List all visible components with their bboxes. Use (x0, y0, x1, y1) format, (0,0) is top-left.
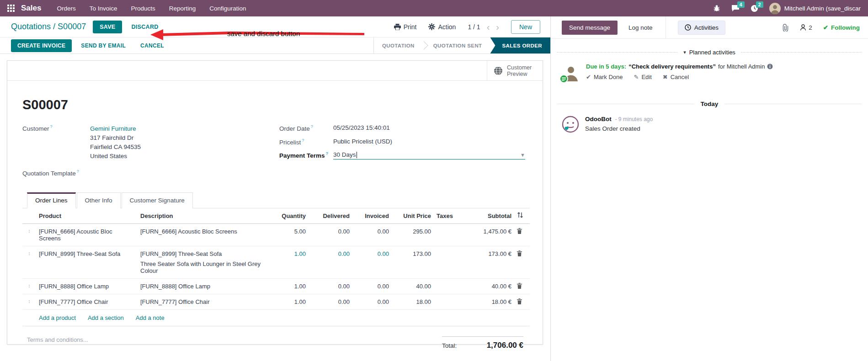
delete-row-icon[interactable] (514, 246, 530, 260)
customer-preview-label: Customer Preview (507, 64, 536, 77)
activity-assignee: for Mitchell Admin (718, 63, 765, 70)
messages-icon[interactable]: 4 (731, 5, 740, 12)
print-button[interactable]: Print (394, 23, 417, 31)
clock-icon (685, 24, 691, 31)
bug-icon[interactable] (713, 5, 720, 12)
drag-handle-icon[interactable]: ↕ (22, 224, 36, 238)
menu-configuration[interactable]: Configuration (209, 5, 246, 12)
save-button[interactable]: SAVE (93, 21, 122, 33)
edit-activity-button[interactable]: ✎Edit (634, 74, 651, 80)
notebook-tabs: Order Lines Other Info Customer Signatur… (22, 192, 530, 208)
col-unit-price[interactable]: Unit Price (392, 208, 434, 223)
breadcrumb: Quotations / S00007 (11, 22, 86, 32)
optional-columns-icon[interactable] (517, 212, 523, 218)
col-quantity[interactable]: Quantity (269, 208, 309, 223)
mark-done-button[interactable]: ✔Mark Done (586, 74, 623, 80)
chatter-panel: Send message Log note Activities (551, 16, 868, 361)
tab-other-info[interactable]: Other Info (77, 192, 121, 208)
user-avatar (769, 3, 781, 14)
total-label: Total: (442, 342, 457, 349)
col-product[interactable]: Product (36, 208, 138, 223)
add-note-link[interactable]: Add a note (136, 314, 165, 321)
message-body: Sales Order created (585, 125, 653, 132)
chatter-message: OdooBot - 9 minutes ago Sales Order crea… (551, 107, 868, 133)
activity-title: “Check delivery requirements” (628, 63, 716, 70)
following-button[interactable]: ✔ Following (823, 24, 860, 31)
customer-link[interactable]: Gemini Furniture (90, 124, 141, 133)
user-name: Mitchell Admin (save_discar (784, 5, 861, 12)
pencil-icon: ✎ (634, 74, 639, 80)
breadcrumb-current: S00007 (58, 22, 86, 31)
message-timestamp: - 9 minutes ago (615, 116, 653, 122)
help-question-icon: ? (50, 124, 53, 129)
attachment-paperclip-icon[interactable] (782, 24, 789, 32)
table-row[interactable]: ↕ [FURN_8888] Office Lamp [FURN_8888] Of… (22, 279, 530, 294)
control-panel: Quotations / S00007 SAVE DISCARD save an… (0, 16, 550, 37)
help-question-icon: ? (77, 169, 79, 174)
delete-row-icon[interactable] (514, 224, 530, 238)
send-by-email-button[interactable]: SEND BY EMAIL (75, 39, 131, 52)
table-row[interactable]: ↕ [FURN_7777] Office Chair [FURN_7777] O… (22, 294, 530, 310)
menu-to-invoice[interactable]: To Invoice (90, 5, 117, 12)
send-message-button[interactable]: Send message (562, 21, 618, 35)
add-section-link[interactable]: Add a section (88, 314, 124, 321)
drag-handle-icon[interactable]: ↕ (22, 294, 36, 308)
stage-sales-order[interactable]: SALES ORDER (490, 37, 550, 53)
table-row[interactable]: ↕ [FURN_8999] Three-Seat Sofa [FURN_8999… (22, 246, 530, 279)
menu-reporting[interactable]: Reporting (169, 5, 196, 12)
followers-button[interactable]: 2 (800, 24, 812, 31)
today-divider: Today (557, 101, 862, 107)
customer-address-line2: Fairfield CA 94535 (90, 143, 141, 151)
apps-grid-icon[interactable] (7, 5, 15, 12)
cancel-activity-button[interactable]: ✖Cancel (663, 74, 689, 80)
user-menu[interactable]: Mitchell Admin (save_discar (769, 3, 861, 14)
delete-row-icon[interactable] (514, 294, 530, 308)
pager-next-icon[interactable]: › (496, 22, 499, 32)
menu-orders[interactable]: Orders (57, 5, 75, 12)
order-total: Total: 1,706.00 € (442, 336, 523, 350)
order-date-value[interactable]: 05/25/2023 15:40:01 (333, 124, 390, 132)
payment-terms-input[interactable]: 30 Days ▼ (333, 151, 525, 159)
action-button[interactable]: Action (428, 23, 456, 31)
dropdown-caret-icon[interactable]: ▼ (520, 152, 525, 158)
terms-placeholder[interactable]: Terms and conditions... (27, 336, 88, 350)
customer-preview-button[interactable]: Customer Preview (487, 61, 543, 80)
create-invoice-button[interactable]: CREATE INVOICE (11, 39, 72, 52)
tab-order-lines[interactable]: Order Lines (27, 192, 76, 208)
drag-handle-icon[interactable]: ↕ (22, 246, 36, 260)
drag-handle-icon[interactable]: ↕ (22, 279, 36, 292)
col-delivered[interactable]: Delivered (309, 208, 352, 223)
customer-address-line3: United States (90, 152, 141, 160)
stage-quotation-sent[interactable]: QUOTATION SENT (425, 37, 490, 53)
stage-pipeline: QUOTATION QUOTATION SENT SALES ORDER (373, 37, 550, 53)
message-author[interactable]: OdooBot (585, 116, 612, 122)
gear-icon (428, 23, 435, 30)
table-row[interactable]: ↕ [FURN_6666] Acoustic Bloc Screens [FUR… (22, 224, 530, 246)
pager-prev-icon[interactable]: ‹ (487, 22, 490, 32)
log-note-button[interactable]: Log note (628, 24, 653, 31)
col-taxes[interactable]: Taxes (434, 208, 460, 223)
order-lines-table: Product Description Quantity Delivered I… (22, 208, 530, 326)
col-description[interactable]: Description (138, 208, 269, 223)
col-invoiced[interactable]: Invoiced (352, 208, 392, 223)
activity-type-badge-icon (559, 74, 568, 83)
info-icon[interactable] (767, 64, 773, 69)
tab-customer-signature[interactable]: Customer Signature (122, 192, 193, 208)
payment-terms-label: Payment Terms? (279, 151, 333, 159)
add-product-link[interactable]: Add a product (39, 314, 76, 321)
col-subtotal[interactable]: Subtotal (460, 208, 514, 223)
pricelist-value[interactable]: Public Pricelist (USD) (333, 138, 392, 146)
help-question-icon: ? (326, 151, 329, 156)
activity-clock-icon[interactable]: 2 (751, 5, 758, 12)
delete-row-icon[interactable] (514, 279, 530, 293)
new-button[interactable]: New (511, 20, 540, 34)
planned-activities-header[interactable]: ▾ Planned activities (557, 49, 862, 56)
breadcrumb-separator: / (53, 22, 55, 31)
pager-value: 1 / 1 (468, 23, 480, 31)
app-name[interactable]: Sales (21, 4, 41, 13)
help-question-icon: ? (302, 138, 304, 143)
breadcrumb-quotations[interactable]: Quotations (11, 22, 51, 31)
activities-button[interactable]: Activities (678, 21, 725, 35)
order-date-label: Order Date? (279, 124, 333, 132)
menu-products[interactable]: Products (131, 5, 155, 12)
